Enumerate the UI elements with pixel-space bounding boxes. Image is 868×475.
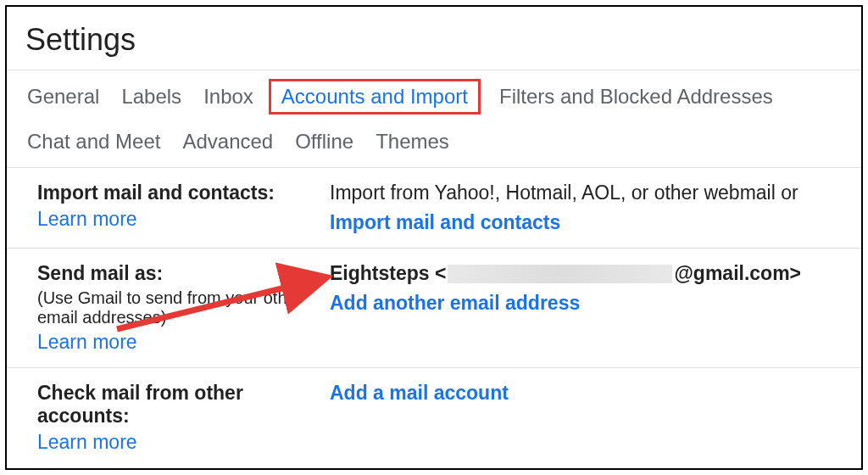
- tab-filters-blocked[interactable]: Filters and Blocked Addresses: [498, 80, 775, 114]
- add-email-address-link[interactable]: Add another email address: [330, 292, 580, 315]
- tab-inbox[interactable]: Inbox: [202, 80, 255, 114]
- import-section: Import mail and contacts: Learn more Imp…: [7, 168, 861, 248]
- tab-advanced[interactable]: Advanced: [181, 125, 275, 159]
- check-mail-section: Check mail from other accounts: Learn mo…: [7, 368, 861, 467]
- tab-general[interactable]: General: [25, 80, 101, 114]
- import-heading: Import mail and contacts:: [37, 182, 330, 204]
- tab-offline[interactable]: Offline: [293, 125, 355, 159]
- send-as-learn-more-link[interactable]: Learn more: [37, 331, 137, 354]
- tab-accounts-import[interactable]: Accounts and Import: [280, 80, 470, 113]
- import-description: Import from Yahoo!, Hotmail, AOL, or oth…: [330, 182, 843, 204]
- send-as-domain-suffix: @gmail.com>: [674, 262, 801, 285]
- send-as-subtext: (Use Gmail to send from your other email…: [37, 288, 330, 327]
- tab-themes[interactable]: Themes: [374, 125, 451, 159]
- check-mail-heading: Check mail from other accounts:: [37, 382, 330, 428]
- send-as-name-prefix: Eightsteps <: [330, 262, 446, 285]
- import-mail-contacts-link[interactable]: Import mail and contacts: [330, 211, 560, 234]
- check-mail-learn-more-link[interactable]: Learn more: [37, 431, 137, 454]
- send-as-email: Eightsteps < @gmail.com>: [330, 262, 843, 285]
- tab-chat-meet[interactable]: Chat and Meet: [25, 125, 162, 159]
- redacted-email: [448, 265, 672, 283]
- tab-highlight-box: Accounts and Import: [269, 79, 481, 115]
- send-as-heading: Send mail as:: [37, 262, 330, 285]
- send-as-section: Send mail as: (Use Gmail to send from yo…: [7, 249, 861, 367]
- add-mail-account-link[interactable]: Add a mail account: [330, 382, 509, 405]
- page-title: Settings: [7, 7, 861, 70]
- settings-tabs: General Labels Inbox Accounts and Import…: [7, 70, 861, 167]
- import-learn-more-link[interactable]: Learn more: [37, 208, 137, 231]
- tab-labels[interactable]: Labels: [120, 80, 183, 114]
